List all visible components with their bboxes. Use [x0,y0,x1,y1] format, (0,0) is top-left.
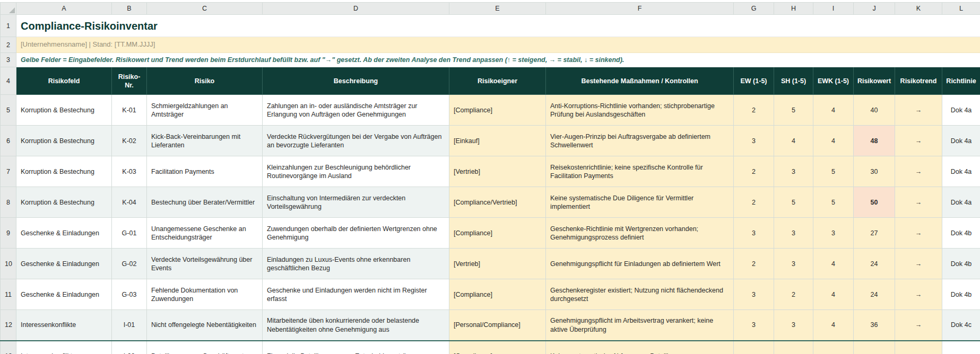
row-header-9[interactable]: 9 [1,218,16,249]
cell-I8[interactable]: 5 [813,187,854,218]
cell-A11[interactable]: Geschenke & Einladungen [16,279,112,310]
cell-H7[interactable]: 3 [774,156,813,187]
cell-D10[interactable]: Einladungen zu Luxus-Events ohne erkennb… [263,249,449,279]
cell-F6[interactable]: Vier-Augen-Prinzip bei Auftragsvergabe a… [546,126,734,156]
cell-F12[interactable]: Genehmigungspflicht im Arbeitsvertrag ve… [546,310,734,341]
cell-L12[interactable]: Dok 4c [942,310,980,341]
cell-B13[interactable]: I-02 [112,341,147,354]
cell-A9[interactable]: Geschenke & Einladungen [16,218,112,249]
column-header-B[interactable]: B [112,3,147,15]
cell-F7[interactable]: Reisekostenrichtlinie; keine spezifische… [546,156,734,187]
title-cell[interactable]: Compliance-Risikoinventar [16,15,980,37]
row-header-5[interactable]: 5 [1,95,16,126]
cell-D9[interactable]: Zuwendungen oberhalb der definierten Wer… [263,218,449,249]
cell-E7[interactable]: [Vertrieb] [449,156,546,187]
cell-C11[interactable]: Fehlende Dokumentation von Zuwendungen [147,279,263,310]
cell-I12[interactable]: 4 [813,310,854,341]
cell-A7[interactable]: Korruption & Bestechung [16,156,112,187]
cell-B6[interactable]: K-02 [112,126,147,156]
cell-K12[interactable]: → [895,310,942,341]
row-header-7[interactable]: 7 [1,156,16,187]
cell-I10[interactable]: 4 [813,249,854,279]
cell-H8[interactable]: 5 [774,187,813,218]
cell-B7[interactable]: K-03 [112,156,147,187]
cell-F8[interactable]: Keine systematische Due Diligence für Ve… [546,187,734,218]
cell-I9[interactable]: 3 [813,218,854,249]
cell-K11[interactable]: → [895,279,942,310]
row-header-10[interactable]: 10 [1,249,16,279]
row-header-6[interactable]: 6 [1,126,16,156]
cell-I5[interactable]: 4 [813,95,854,126]
cell-G12[interactable]: 3 [734,310,774,341]
row-header-2[interactable]: 2 [1,37,16,53]
column-header-C[interactable]: C [147,3,263,15]
cell-J6[interactable]: 48 [854,126,895,156]
cell-G5[interactable]: 2 [734,95,774,126]
cell-A6[interactable]: Korruption & Bestechung [16,126,112,156]
cell-G6[interactable]: 3 [734,126,774,156]
row-header-8[interactable]: 8 [1,187,16,218]
cell-G7[interactable]: 2 [734,156,774,187]
cell-H13[interactable] [774,341,813,354]
column-header-H[interactable]: H [774,3,813,15]
cell-L9[interactable]: Dok 4b [942,218,980,249]
subtitle-cell[interactable]: [Unternehmensname] | Stand: [TT.MM.JJJJ] [16,37,980,53]
column-header-G[interactable]: G [734,3,774,15]
cell-E13[interactable]: [Compliance] [449,341,546,354]
column-header-F[interactable]: F [546,3,734,15]
cell-B9[interactable]: G-01 [112,218,147,249]
cell-K13[interactable] [895,341,942,354]
cell-K6[interactable]: → [895,126,942,156]
cell-E10[interactable]: [Vertrieb] [449,249,546,279]
cell-F13[interactable]: Keine systematische Abfrage von Beteilig… [546,341,734,354]
cell-B12[interactable]: I-01 [112,310,147,341]
cell-K5[interactable]: → [895,95,942,126]
cell-G11[interactable]: 3 [734,279,774,310]
column-header-E[interactable]: E [449,3,546,15]
note-cell[interactable]: Gelbe Felder = Eingabefelder. Risikowert… [16,53,980,67]
cell-F11[interactable]: Geschenkeregister existiert; Nutzung nic… [546,279,734,310]
cell-J12[interactable]: 36 [854,310,895,341]
cell-B11[interactable]: G-03 [112,279,147,310]
cell-C10[interactable]: Verdeckte Vorteilsgewährung über Events [147,249,263,279]
column-header-L[interactable]: L [942,3,980,15]
cell-G8[interactable]: 2 [734,187,774,218]
cell-G13[interactable] [734,341,774,354]
cell-L6[interactable]: Dok 4a [942,126,980,156]
cell-D6[interactable]: Verdeckte Rückvergütungen bei der Vergab… [263,126,449,156]
cell-G10[interactable]: 2 [734,249,774,279]
cell-C5[interactable]: Schmiergeldzahlungen an Amtsträger [147,95,263,126]
cell-L7[interactable]: Dok 4a [942,156,980,187]
row-header-11[interactable]: 11 [1,279,16,310]
column-header-D[interactable]: D [263,3,449,15]
cell-F5[interactable]: Anti-Korruptions-Richtlinie vorhanden; s… [546,95,734,126]
cell-H6[interactable]: 4 [774,126,813,156]
cell-I7[interactable]: 5 [813,156,854,187]
column-header-I[interactable]: I [813,3,854,15]
cell-D7[interactable]: Kleinzahlungen zur Beschleunigung behörd… [263,156,449,187]
cell-C13[interactable]: Beteiligungen an Geschäftspartnern [147,341,263,354]
cell-B5[interactable]: K-01 [112,95,147,126]
cell-J9[interactable]: 27 [854,218,895,249]
cell-C7[interactable]: Facilitation Payments [147,156,263,187]
cell-J10[interactable]: 24 [854,249,895,279]
column-header-J[interactable]: J [854,3,895,15]
column-header-K[interactable]: K [895,3,942,15]
cell-C8[interactable]: Bestechung über Berater/Vermittler [147,187,263,218]
row-header-1[interactable]: 1 [1,15,16,37]
column-header-A[interactable]: A [16,3,112,15]
row-header-13[interactable]: 13 [1,341,16,354]
cell-H9[interactable]: 3 [774,218,813,249]
cell-E12[interactable]: [Personal/Compliance] [449,310,546,341]
cell-K7[interactable]: → [895,156,942,187]
cell-A5[interactable]: Korruption & Bestechung [16,95,112,126]
cell-K8[interactable]: → [895,187,942,218]
cell-C6[interactable]: Kick-Back-Vereinbarungen mit Lieferanten [147,126,263,156]
cell-J13[interactable] [854,341,895,354]
cell-E6[interactable]: [Einkauf] [449,126,546,156]
cell-K9[interactable]: → [895,218,942,249]
cell-A13[interactable]: Interessenkonflikte [16,341,112,354]
cell-J8[interactable]: 50 [854,187,895,218]
cell-B8[interactable]: K-04 [112,187,147,218]
cell-H10[interactable]: 3 [774,249,813,279]
